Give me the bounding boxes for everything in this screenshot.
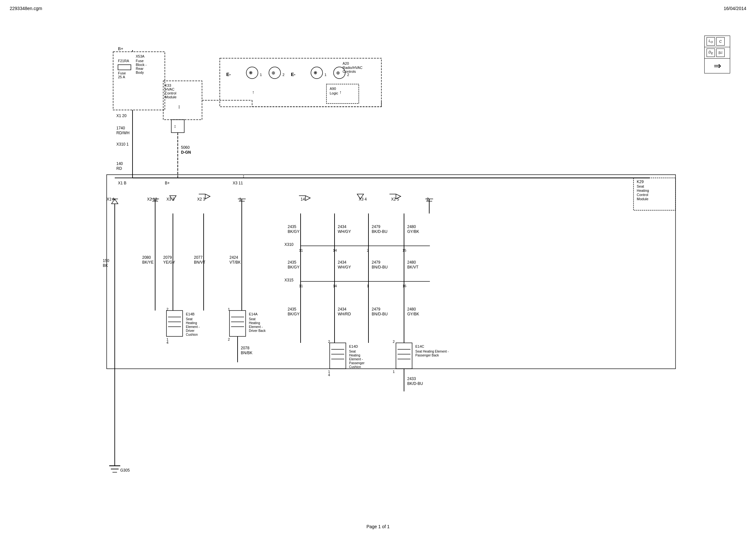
wire-5060-color: D-GN bbox=[181, 150, 191, 155]
b-plus-bus-label: B+ bbox=[165, 181, 170, 185]
wire-140-color: RD bbox=[116, 166, 122, 171]
wire-2435-2-color: BK/GY bbox=[288, 265, 300, 269]
k33-connector-arrows: ↕ bbox=[174, 124, 176, 129]
fuse-25a-label: Fuse bbox=[118, 71, 126, 75]
x315-label: X315 bbox=[284, 278, 293, 282]
e14c-desc2: Passenger Back bbox=[415, 353, 439, 357]
wire-1740-label: 1740 bbox=[116, 126, 125, 130]
x1-b-label: X1 B bbox=[118, 181, 126, 185]
legend-arrow-icon: ⇒ bbox=[714, 61, 721, 71]
a20-arrow-2: ↑ bbox=[339, 90, 342, 95]
blower-1-num: 1 bbox=[260, 73, 262, 77]
e14b-desc5: Cushion bbox=[186, 333, 198, 336]
wire-2479-2-color: BN/D-BU bbox=[372, 265, 388, 269]
e-symbol-2: E- bbox=[291, 72, 295, 77]
wire-2435-3-color: BK/GY bbox=[288, 312, 300, 316]
blower-icon-1: ❋ bbox=[249, 70, 253, 75]
wire-2434-2-color: WH/GY bbox=[338, 265, 351, 269]
legend-loc-square: LO bbox=[707, 37, 715, 45]
wire-2479-1-color: BK/D-BU bbox=[372, 229, 388, 234]
x53a-label: X53A bbox=[136, 54, 145, 58]
wire-2480-3-color: GY/BK bbox=[407, 312, 419, 316]
g305-label: G305 bbox=[120, 468, 130, 473]
wire-2480-2-color: BK/VT bbox=[407, 265, 418, 269]
wire-2479-1-label: 2479 bbox=[372, 224, 380, 229]
fuse-symbol bbox=[118, 65, 131, 70]
wire-2078-color: BN/BK bbox=[241, 351, 253, 355]
e14c-symbol bbox=[396, 343, 412, 369]
wire-2434-1-label: 2434 bbox=[338, 224, 346, 229]
page-container: 2293348en.cgm 16/04/2014 B+ X53A Fuse Bl… bbox=[0, 0, 756, 535]
k29-label: K29 bbox=[637, 180, 644, 184]
e14d-desc4: Passenger bbox=[349, 361, 364, 365]
legend-loc-text: LO bbox=[709, 39, 713, 44]
e14b-desc3: Element - bbox=[186, 325, 200, 329]
e14c-desc1: Seat Heating Element - bbox=[415, 350, 448, 353]
main-diagram-rect bbox=[107, 175, 676, 369]
x1-20-label: X1 20 bbox=[116, 114, 127, 118]
a20-label: A20 bbox=[343, 62, 349, 65]
wire-2480-1-color: GY/BK bbox=[407, 229, 419, 234]
x2-3-label: X2 3 bbox=[197, 197, 205, 202]
wire-2077-color: BN/VT bbox=[194, 260, 205, 265]
legend-container: LO C DE SC ⇒ bbox=[704, 36, 730, 73]
conn-1-label: 1 bbox=[239, 197, 241, 202]
legend-c-square: C bbox=[716, 37, 725, 45]
x3-11-label: X3 11 bbox=[233, 181, 243, 185]
legend-d-text: DE bbox=[709, 50, 713, 55]
e14c-terminal-2: 2 bbox=[393, 340, 395, 344]
wire-2479-3-color: BN/D-BU bbox=[372, 312, 388, 316]
fuse-block-label1: Fuse bbox=[136, 59, 144, 63]
k33-label: K33 bbox=[165, 83, 171, 87]
e14d-terminal-2: 2 bbox=[328, 340, 330, 344]
wire-2077-label: 2077 bbox=[194, 255, 202, 260]
e14b-desc1: Seat bbox=[186, 317, 193, 321]
e14b-terminal-2: 2 bbox=[167, 307, 168, 311]
legend-item-desc: DE SC bbox=[705, 47, 730, 59]
e14b-desc2: Heating bbox=[186, 321, 197, 325]
x2-13-label: X2 13 bbox=[147, 197, 157, 202]
k33-hvac-label: HVAC bbox=[165, 87, 175, 91]
knob-2-num: 2 bbox=[347, 73, 349, 77]
fuse-block-label3: Rear bbox=[136, 67, 144, 70]
e14d-desc5: Cushion bbox=[349, 365, 361, 369]
e14d-desc1: Seat bbox=[349, 350, 356, 353]
wire-150-color: BK bbox=[103, 263, 108, 268]
blower-2-num: 1 bbox=[325, 73, 326, 77]
a90-label: A90 bbox=[330, 87, 336, 91]
e14a-label: E14A bbox=[249, 312, 258, 316]
e14b-terminal-4: 4 bbox=[167, 341, 168, 345]
k29-desc1: Seat bbox=[637, 184, 644, 188]
x315-16-label: 16 bbox=[402, 284, 406, 288]
a20-arrow-1: ↑ bbox=[252, 90, 255, 95]
wire-150-label: 150 bbox=[103, 259, 109, 263]
b-plus-label: B+ bbox=[118, 46, 123, 51]
wire-2433-label: 2433 bbox=[407, 377, 416, 381]
k29-desc3: Control bbox=[637, 193, 648, 197]
conn-2-right-label: 2 bbox=[427, 197, 429, 202]
wire-2480-3-label: 2480 bbox=[407, 307, 416, 312]
wire-2079-color: YE/GY bbox=[163, 260, 175, 265]
e14b-symbol bbox=[167, 311, 183, 336]
legend-item-loc: LO C bbox=[705, 36, 730, 47]
fuse-block-label4: Body bbox=[136, 70, 144, 74]
wiring-diagram: B+ X53A Fuse Block - Rear Body F21RA Fus… bbox=[19, 19, 730, 521]
k33-control-label: Control bbox=[165, 91, 176, 95]
legend-desc-square: DE bbox=[707, 48, 715, 57]
page-text: Page 1 of 1 bbox=[366, 524, 390, 529]
x310-15-label: 15 bbox=[402, 248, 406, 252]
knob-icon-2: ⊕ bbox=[336, 70, 340, 75]
wire-2433-color: BK/D-BU bbox=[407, 381, 423, 386]
legend-sc-square: SC bbox=[716, 48, 725, 57]
wire-2079-label: 2079 bbox=[163, 255, 172, 260]
a20-radio-label: Radio/HVAC bbox=[343, 66, 363, 70]
x315-11-label: 11 bbox=[299, 284, 303, 288]
e14a-symbol bbox=[230, 311, 246, 336]
e14a-desc2: Heating bbox=[249, 321, 260, 325]
wire-2479-2-label: 2479 bbox=[372, 260, 380, 265]
e14b-desc4: Driver bbox=[186, 329, 195, 332]
wire-2435-2-label: 2435 bbox=[288, 260, 296, 265]
x310-1-label: X310 1 bbox=[116, 142, 129, 147]
knob-1-num: 2 bbox=[283, 73, 284, 77]
x315-14-label: 14 bbox=[333, 284, 337, 288]
